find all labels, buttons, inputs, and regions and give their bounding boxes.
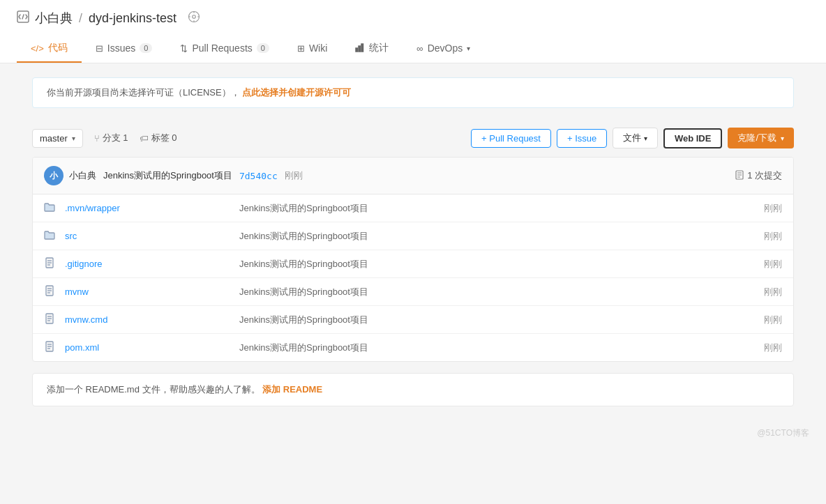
file-time: 刚刚 bbox=[740, 230, 782, 243]
readme-notice: 添加一个 README.md 文件，帮助感兴趣的人了解。 添加 README bbox=[32, 373, 794, 406]
file-commit-msg: Jenkins测试用的Springboot项目 bbox=[239, 314, 740, 326]
file-icon bbox=[44, 313, 58, 326]
file-commit-msg: Jenkins测试用的Springboot项目 bbox=[239, 342, 740, 354]
tab-pullrequests[interactable]: ⇅ Pull Requests 0 bbox=[166, 35, 283, 63]
file-time: 刚刚 bbox=[740, 314, 782, 326]
pull-request-button[interactable]: + Pull Request bbox=[471, 129, 551, 148]
folder-icon bbox=[44, 201, 58, 215]
issue-button[interactable]: + Issue bbox=[557, 129, 607, 148]
file-commit-msg: Jenkins测试用的Springboot项目 bbox=[239, 286, 740, 298]
file-table: 小 小白典 Jenkins测试用的Springboot项目 7d540cc 刚刚… bbox=[32, 157, 794, 362]
devops-icon: ∞ bbox=[416, 43, 423, 54]
stats-icon bbox=[355, 43, 365, 54]
branch-info: ⑂ 分支 1 🏷 标签 0 bbox=[94, 132, 177, 144]
file-commit-msg: Jenkins测试用的Springboot项目 bbox=[239, 230, 740, 243]
file-name[interactable]: pom.xml bbox=[65, 342, 239, 353]
watch-icon[interactable] bbox=[188, 10, 200, 26]
file-icon bbox=[44, 285, 58, 298]
branch-name: master bbox=[40, 133, 68, 144]
svg-rect-10 bbox=[361, 44, 363, 52]
file-time: 刚刚 bbox=[740, 286, 782, 298]
table-row: src Jenkins测试用的Springboot项目 刚刚 bbox=[33, 222, 793, 250]
file-list: .mvn/wrapper Jenkins测试用的Springboot项目 刚刚 … bbox=[33, 194, 793, 361]
tab-stats[interactable]: 统计 bbox=[341, 35, 403, 63]
files-button[interactable]: 文件 ▾ bbox=[613, 128, 658, 148]
svg-point-3 bbox=[193, 15, 196, 19]
table-row: pom.xml Jenkins测试用的Springboot项目 刚刚 bbox=[33, 334, 793, 361]
toolbar: master ▾ ⑂ 分支 1 🏷 标签 0 + Pull Request + … bbox=[32, 119, 794, 157]
commit-message: Jenkins测试用的Springboot项目 bbox=[103, 169, 232, 182]
file-icon bbox=[44, 341, 58, 354]
clone-button[interactable]: 克隆/下载 ▾ bbox=[728, 128, 794, 148]
file-name[interactable]: mvnw bbox=[65, 287, 239, 297]
wiki-icon: ⊞ bbox=[297, 43, 305, 54]
commit-author: 小白典 bbox=[69, 169, 96, 182]
branch-icon: ⑂ bbox=[94, 133, 100, 144]
tab-devops[interactable]: ∞ DevOps ▾ bbox=[403, 35, 484, 63]
svg-rect-8 bbox=[356, 48, 358, 52]
owner-link[interactable]: 小白典 bbox=[35, 11, 73, 25]
web-ide-button[interactable]: Web IDE bbox=[663, 128, 723, 148]
toolbar-right: + Pull Request + Issue 文件 ▾ Web IDE 克隆/下… bbox=[471, 128, 794, 148]
pr-icon: ⇅ bbox=[180, 43, 188, 54]
repo-name-link[interactable]: dyd-jenkins-test bbox=[89, 11, 177, 25]
svg-line-1 bbox=[22, 15, 24, 19]
file-commit-msg: Jenkins测试用的Springboot项目 bbox=[239, 202, 740, 215]
clone-caret-icon: ▾ bbox=[781, 135, 784, 142]
code-icon: </> bbox=[31, 43, 44, 54]
tab-issues[interactable]: ⊟ Issues 0 bbox=[82, 35, 167, 63]
folder-icon bbox=[44, 229, 58, 243]
table-row: .gitignore Jenkins测试用的Springboot项目 刚刚 bbox=[33, 250, 793, 278]
watermark: @51CTO博客 bbox=[0, 420, 826, 446]
file-time: 刚刚 bbox=[740, 258, 782, 270]
tag-icon: 🏷 bbox=[140, 133, 149, 144]
tab-wiki[interactable]: ⊞ Wiki bbox=[283, 35, 341, 63]
file-commit-msg: Jenkins测试用的Springboot项目 bbox=[239, 258, 740, 270]
commit-time: 刚刚 bbox=[285, 169, 303, 182]
tab-code[interactable]: </> 代码 bbox=[17, 35, 82, 63]
branch-selector[interactable]: master ▾ bbox=[32, 129, 83, 148]
header: 小白典 / dyd-jenkins-test </> 代码 ⊟ Issues 0 bbox=[0, 0, 826, 63]
file-icon bbox=[44, 257, 58, 270]
avatar: 小 bbox=[44, 166, 63, 185]
issues-icon: ⊟ bbox=[96, 43, 103, 54]
file-name[interactable]: .gitignore bbox=[65, 259, 239, 269]
tag-count: 🏷 标签 0 bbox=[140, 132, 177, 144]
readme-link[interactable]: 添加 README bbox=[262, 384, 322, 395]
commit-hash[interactable]: 7d540cc bbox=[239, 171, 278, 181]
pr-badge: 0 bbox=[257, 43, 269, 53]
main-content: 你当前开源项目尚未选择许可证（LICENSE）， 点此选择并创建开源许可可 ma… bbox=[15, 63, 811, 420]
branch-count: ⑂ 分支 1 bbox=[94, 132, 128, 144]
issues-badge: 0 bbox=[140, 43, 152, 53]
table-row: mvnw Jenkins测试用的Springboot项目 刚刚 bbox=[33, 278, 793, 306]
header-top: 小白典 / dyd-jenkins-test bbox=[17, 0, 809, 26]
commit-info: 小白典 Jenkins测试用的Springboot项目 7d540cc 刚刚 bbox=[69, 169, 735, 182]
repo-icon bbox=[17, 10, 29, 26]
commit-count-icon bbox=[735, 170, 744, 182]
svg-rect-9 bbox=[359, 46, 361, 52]
toolbar-left: master ▾ ⑂ 分支 1 🏷 标签 0 bbox=[32, 129, 177, 148]
branch-caret-icon: ▾ bbox=[72, 135, 75, 142]
nav-tabs: </> 代码 ⊟ Issues 0 ⇅ Pull Requests 0 ⊞ Wi… bbox=[17, 35, 809, 63]
file-time: 刚刚 bbox=[740, 202, 782, 215]
table-row: .mvn/wrapper Jenkins测试用的Springboot项目 刚刚 bbox=[33, 194, 793, 222]
table-row: mvnw.cmd Jenkins测试用的Springboot项目 刚刚 bbox=[33, 306, 793, 334]
repo-title: 小白典 / dyd-jenkins-test bbox=[35, 10, 177, 26]
file-name[interactable]: .mvn/wrapper bbox=[65, 203, 239, 213]
license-link[interactable]: 点此选择并创建开源许可可 bbox=[242, 87, 351, 98]
file-time: 刚刚 bbox=[740, 342, 782, 354]
commit-row: 小 小白典 Jenkins测试用的Springboot项目 7d540cc 刚刚… bbox=[33, 158, 793, 194]
commit-count: 1 次提交 bbox=[735, 169, 782, 182]
files-caret-icon: ▾ bbox=[644, 135, 647, 142]
separator: / bbox=[79, 11, 82, 25]
file-name[interactable]: mvnw.cmd bbox=[65, 314, 239, 325]
license-notice: 你当前开源项目尚未选择许可证（LICENSE）， 点此选择并创建开源许可可 bbox=[32, 77, 794, 108]
file-name[interactable]: src bbox=[65, 231, 239, 241]
devops-chevron: ▾ bbox=[467, 45, 470, 52]
